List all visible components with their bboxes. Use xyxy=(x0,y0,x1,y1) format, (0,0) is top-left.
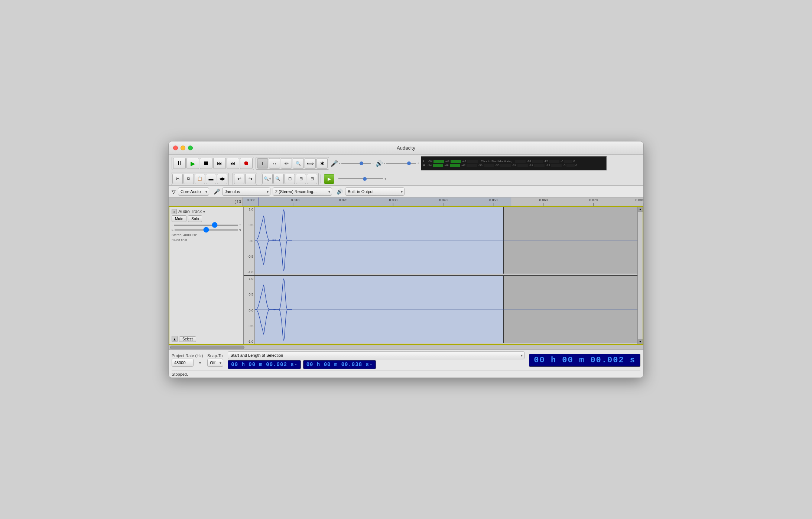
output-device-select[interactable]: Built-in Output xyxy=(345,187,405,196)
output-gain-slider[interactable] xyxy=(386,163,416,164)
track-pan-slider[interactable] xyxy=(175,229,237,231)
edit-controls: ✂ ⧉ 📋 ▬ ◀▶ xyxy=(171,173,229,185)
gain-label-min: - xyxy=(172,223,173,227)
tool-multi-button[interactable]: ✱ xyxy=(316,158,328,169)
zoom-out-max-button[interactable]: ⊟ xyxy=(307,174,317,184)
paste-button[interactable]: 📋 xyxy=(195,174,205,184)
pause-button[interactable]: ⏸ xyxy=(173,158,186,169)
project-rate-control: Project Rate (Hz) 48000 xyxy=(172,353,203,367)
selection-mode-wrapper: Start and Length of Selection xyxy=(228,351,524,359)
selection-start-display[interactable]: 00 h 00 m 00.002 s ▾ xyxy=(228,360,301,369)
track-dropdown-arrow[interactable]: ▾ xyxy=(203,210,205,214)
stop-button[interactable]: ⏹ xyxy=(200,158,212,169)
main-time-display: 00 h 00 m 00.002 s xyxy=(529,354,640,367)
selection-length-chevron: ▾ xyxy=(370,362,373,367)
selection-mode-select[interactable]: Start and Length of Selection xyxy=(228,351,524,359)
silence-button[interactable]: ▬ xyxy=(206,174,216,184)
scrollbar-thumb[interactable] xyxy=(170,346,244,349)
zoom-fit-sel-button[interactable]: ⊡ xyxy=(285,174,295,184)
tool-timeshift-button[interactable]: ⟺ xyxy=(305,158,316,169)
scroll-thumb[interactable] xyxy=(638,212,643,339)
output-device-icon: 🔊 xyxy=(337,189,343,195)
selection-length-display[interactable]: 00 h 00 m 00.038 s ▾ xyxy=(303,360,376,369)
channel1-container: 1.0 0.5 0.0 -0.5 -1.0 xyxy=(244,207,637,275)
skip-fwd-button[interactable]: ⏭ xyxy=(227,158,239,169)
minimize-button[interactable] xyxy=(181,146,185,150)
waveform-container: 1.0 0.5 0.0 -0.5 -1.0 xyxy=(244,207,637,344)
solo-button[interactable]: Solo xyxy=(188,215,202,222)
gain-control: - + xyxy=(172,223,241,227)
gain-label-max: + xyxy=(239,223,241,227)
copy-button[interactable]: ⧉ xyxy=(183,174,194,184)
output-volume-control: 🔊 - + xyxy=(376,160,419,167)
play-button[interactable]: ▶ xyxy=(186,158,199,169)
undo-redo-controls: ↩ ↪ xyxy=(233,173,257,185)
y-0.5: 0.5 xyxy=(249,223,253,227)
track-gain-slider[interactable] xyxy=(174,225,238,226)
zoom-in-button[interactable]: 🔍+ xyxy=(262,174,273,184)
record-button[interactable]: ⏺ xyxy=(240,158,253,169)
y2-0.5: 0.5 xyxy=(249,293,253,296)
tool-zoom-button[interactable]: 🔍 xyxy=(293,158,304,169)
play-speed-button[interactable]: ▶ xyxy=(324,174,334,184)
y2-minus-0.5: -0.5 xyxy=(247,324,253,328)
vu-meter-display: L -54 -48 -42 Click to Start Monitoring … xyxy=(421,156,607,170)
cut-button[interactable]: ✂ xyxy=(172,174,183,184)
audio-host-select[interactable]: Core Audio xyxy=(178,187,209,196)
vertical-scrollbar[interactable]: ▲ ▼ xyxy=(637,207,643,344)
tool-select-button[interactable]: I xyxy=(257,158,268,169)
toolbar-divider-2 xyxy=(258,174,260,183)
status-controls-row: Project Rate (Hz) 48000 Snap-To Off xyxy=(172,351,640,369)
project-rate-select[interactable]: 48000 xyxy=(172,359,194,367)
input-device-select[interactable]: Jamulus xyxy=(222,187,270,196)
audio-track: x Audio Track ▾ Mute Solo - + L xyxy=(169,206,643,344)
zoom-fit-button[interactable]: ⊞ xyxy=(296,174,306,184)
input-gain-slider[interactable] xyxy=(341,163,371,164)
redo-button[interactable]: ↪ xyxy=(245,174,256,184)
project-rate-wrapper: 48000 xyxy=(172,359,203,367)
waveform-ch2[interactable] xyxy=(255,276,637,344)
gain-max-label: + xyxy=(372,161,374,165)
track-info-line2: 32-bit float xyxy=(172,238,241,243)
input-channels-wrapper: 2 (Stereo) Recording... xyxy=(273,187,332,196)
toolbar-divider-3 xyxy=(319,174,322,183)
track-close-btn[interactable]: x xyxy=(172,209,177,214)
y-1.0: 1.0 xyxy=(249,208,253,211)
tool-draw-button[interactable]: ✏ xyxy=(281,158,292,169)
snap-to-label: Snap-To xyxy=(207,353,223,358)
undo-button[interactable]: ↩ xyxy=(234,174,244,184)
close-button[interactable] xyxy=(173,146,178,150)
lr-label-r: R xyxy=(423,164,426,167)
ruler-svg: 0.000 0.010 0.020 0.030 0.040 0.050 0.06… xyxy=(243,198,643,206)
track-select-button[interactable]: Select xyxy=(179,336,196,342)
mute-button[interactable]: Mute xyxy=(172,215,186,222)
zoom-out-button[interactable]: 🔍- xyxy=(273,174,284,184)
zoom-controls: 🔍+ 🔍- ⊡ ⊞ ⊟ xyxy=(261,173,319,185)
snap-to-select[interactable]: Off xyxy=(207,359,223,367)
vu-play-seg-6 xyxy=(517,164,528,167)
input-channels-select[interactable]: 2 (Stereo) Recording... xyxy=(273,187,332,196)
vu-scale-recording: -54 -48 -42 Click to Start Monitoring -1… xyxy=(427,160,576,163)
scroll-up-arrow[interactable]: ▲ xyxy=(638,207,643,212)
track-name: Audio Track xyxy=(178,209,202,214)
speed-max-label: + xyxy=(384,177,386,181)
tool-envelope-button[interactable]: ↔ xyxy=(269,158,280,169)
horizontal-scrollbar[interactable] xyxy=(169,345,643,349)
vu-play-seg-9 xyxy=(566,164,575,167)
audio-host-icon: ▽ xyxy=(172,189,176,195)
skip-back-button[interactable]: ⏮ xyxy=(213,158,226,169)
speed-slider[interactable] xyxy=(338,178,383,179)
waveform-ch1[interactable] xyxy=(255,207,637,275)
maximize-button[interactable] xyxy=(188,146,193,150)
vu-seg-2 xyxy=(451,160,461,163)
recording-vu-row: L -54 -48 -42 Click to Start Monitoring … xyxy=(423,160,604,163)
scroll-down-arrow[interactable]: ▼ xyxy=(638,339,643,344)
snap-to-control: Snap-To Off xyxy=(207,353,223,367)
track-bottom-row: ▲ Select xyxy=(172,336,241,342)
track-collapse-btn[interactable]: ▲ xyxy=(172,336,178,342)
playback-vu-row: R -54 -48 -42 -36 -30 -24 -18 -12 xyxy=(423,164,604,167)
trim-button[interactable]: ◀▶ xyxy=(217,174,227,184)
tick-label-8: 0.080 xyxy=(635,198,643,202)
y-axis-ch1: 1.0 0.5 0.0 -0.5 -1.0 xyxy=(244,207,255,275)
tick-label-0: 0.000 xyxy=(247,198,256,202)
